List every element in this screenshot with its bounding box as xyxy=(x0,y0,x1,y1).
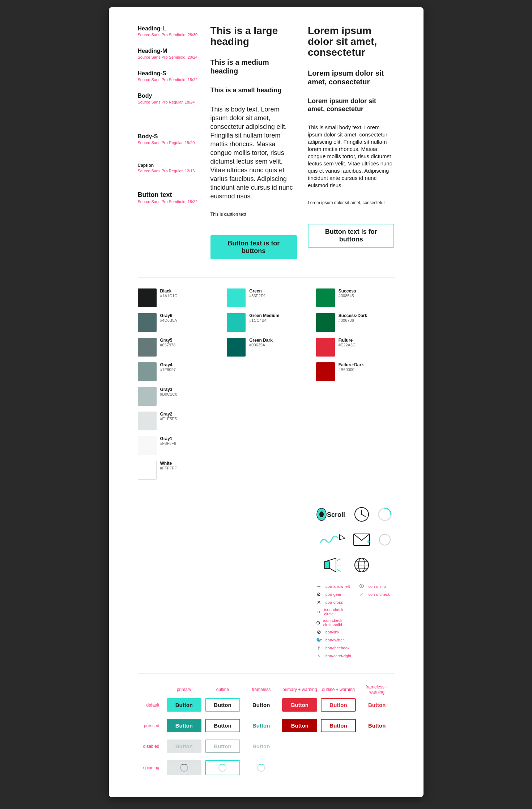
icon-gear-item: ⚙ icon-gear xyxy=(316,591,352,597)
buttons-spinning-row: spinning xyxy=(138,760,395,775)
swatch-failure-dark xyxy=(316,362,335,381)
type-name-body: Body xyxy=(138,93,200,99)
link-icon: ⊘ xyxy=(316,629,322,635)
btn-cell-default-primary-warning: Button xyxy=(282,698,317,712)
demo-heading-m: This is a medium heading xyxy=(210,58,297,75)
icons-section: Scroll xyxy=(138,503,395,659)
btn-disabled-frameless: Button xyxy=(244,740,279,753)
type-spec-heading-l: Source Sans Pro Semibold, 28/30 xyxy=(138,33,200,37)
gear-icon: ⚙ xyxy=(316,591,322,597)
btn-default-primary[interactable]: Button xyxy=(167,698,202,712)
spinner-circle-box xyxy=(375,503,394,525)
btn-default-frameless[interactable]: Button xyxy=(244,698,279,712)
buttons-disabled-row: disabled Button Button Button xyxy=(138,740,395,753)
type-spec-body-s: Source Sans Pro Regular, 15/20 xyxy=(138,140,200,145)
svg-text:Scroll: Scroll xyxy=(327,511,345,518)
type-label-button-text: Button text Source Sans Pro Semibold, 18… xyxy=(138,191,200,204)
color-black-info: Black #1A1C1C xyxy=(160,288,178,298)
icon-caret-right-label: icon-caret-right xyxy=(325,654,351,658)
color-gray3: Gray3 #B0C1C0 xyxy=(138,387,216,406)
btn-cell-spinning-outline xyxy=(205,760,240,775)
col-header-frameless-warning: frameless + warning xyxy=(359,684,395,698)
icon-gear-label: icon-gear xyxy=(325,592,341,597)
demo-button-outline[interactable]: Button text is for buttons xyxy=(308,224,394,248)
buttons-section: primary outline frameless primary + warn… xyxy=(138,673,395,775)
type-spec-heading-m: Source Sans Pro Semibold, 20/24 xyxy=(138,55,200,59)
type-spec-button-text: Source Sans Pro Semibold, 18/22 xyxy=(138,199,200,204)
btn-cell-pressed-frameless-warning: Button xyxy=(359,719,395,732)
btn-pressed-frameless-warning[interactable]: Button xyxy=(359,719,395,732)
btn-cell-disabled-frameless: Button xyxy=(244,740,279,753)
icon-facebook-label: icon-facebook xyxy=(325,646,350,650)
info-icon: ⓘ xyxy=(359,583,365,589)
swatch-gray1 xyxy=(138,436,157,455)
btn-default-frameless-warning[interactable]: Button xyxy=(359,698,395,712)
btn-default-outline[interactable]: Button xyxy=(205,698,240,712)
demo-body: This is body text. Lorem ipsum dolor sit… xyxy=(210,105,297,201)
svg-line-16 xyxy=(337,559,340,560)
type-label-caption: Caption Source Sans Pro Regular, 12/16 xyxy=(138,163,200,173)
buttons-header-row: primary outline frameless primary + warn… xyxy=(138,684,395,698)
type-name-caption: Caption xyxy=(138,163,200,168)
btn-pressed-outline[interactable]: Button xyxy=(205,719,240,732)
color-gray1-info: Gray1 #F8F8F8 xyxy=(160,436,176,446)
color-black: Black #1A1C1C xyxy=(138,288,216,307)
mail-icon-svg xyxy=(353,533,370,546)
type-name-heading-l: Heading-L xyxy=(138,25,200,32)
demo-caption-v2: Lorem ipsum dolor sit amet, consectetur xyxy=(308,200,394,206)
swatch-green xyxy=(227,288,246,307)
megaphone-icon-box xyxy=(316,554,349,576)
color-success-dark: Success-Dark #006736 xyxy=(316,313,395,332)
demo-heading-l: This is a large heading xyxy=(210,25,297,47)
buttons-default-row: default Button Button Button Button Butt… xyxy=(138,698,395,712)
color-green-dark: Green Dark #00635A xyxy=(227,338,305,357)
icon-twitter-label: icon-twitter xyxy=(325,638,344,642)
col-header-frameless: frameless xyxy=(244,687,279,696)
btn-cell-default-frameless-warning: Button xyxy=(359,698,395,712)
swatch-green-medium xyxy=(227,313,246,332)
color-green-info: Green #33E2D1 xyxy=(249,288,266,298)
megaphone-icon-svg xyxy=(322,556,343,574)
col-header-primary-warning: primary + warning xyxy=(282,687,317,696)
color-green-medium: Green Medium #1CC4B4 xyxy=(227,313,305,332)
spinner-icon-frameless xyxy=(257,764,265,772)
color-green-dark-info: Green Dark #00635A xyxy=(249,338,273,347)
color-failure-info: Failure #E22A3C xyxy=(339,338,356,347)
typography-section: Heading-L Source Sans Pro Semibold, 28/3… xyxy=(138,25,395,259)
color-success: Success #008545 xyxy=(316,288,395,307)
icon-facebook-item: f icon-facebook xyxy=(316,645,352,651)
row-label-default: default xyxy=(138,703,163,708)
color-green-medium-info: Green Medium #1CC4B4 xyxy=(249,313,279,323)
icon-caret-right-item: › icon-caret-right xyxy=(316,653,352,659)
globe-icon-svg xyxy=(354,557,370,573)
colors-icons-section: Black #1A1C1C Gray6 #4D6B5A Gray5 #65797… xyxy=(138,277,395,485)
icon-s-info-item: ⓘ icon-s-info xyxy=(359,583,394,589)
swatch-gray5 xyxy=(138,338,157,357)
demo-heading-l-v2: Lorem ipsum dolor sit amet, consectetur xyxy=(308,25,394,58)
swatch-green-dark xyxy=(227,338,246,357)
icon-check-circle-item: ○ icon-check-circle xyxy=(316,607,352,616)
icon-s-info-label: icon-s-info xyxy=(367,584,386,589)
twitter-icon: 🐦 xyxy=(316,637,322,643)
btn-default-outline-warning[interactable]: Button xyxy=(321,698,356,712)
swatch-success xyxy=(316,288,335,307)
color-gray4-info: Gray4 #1F9097 xyxy=(160,362,176,372)
demo-button-primary[interactable]: Button text is for buttons xyxy=(210,235,297,259)
btn-default-primary-warning[interactable]: Button xyxy=(282,698,317,712)
icon-arrow-left-item: ← icon-arrow-left xyxy=(316,583,352,589)
btn-pressed-primary-warning[interactable]: Button xyxy=(282,719,317,732)
scroll-icon-svg: Scroll xyxy=(316,507,349,522)
color-failure-dark: Failure-Dark #B60000 xyxy=(316,362,395,381)
btn-cell-spinning-primary xyxy=(167,760,202,775)
color-white-info: White #FFFFFF xyxy=(160,461,177,470)
btn-pressed-frameless[interactable]: Button xyxy=(244,719,279,732)
check-circle-solid-icon: ⊙ xyxy=(316,620,320,625)
row-label-disabled: disabled xyxy=(138,744,163,749)
wave-plane-icon-svg xyxy=(320,532,345,548)
demo-heading-s-v2: Lorem ipsum dolor sit amet, consectetur xyxy=(308,97,394,113)
icon-s-check-label: icon-s-check xyxy=(367,592,390,597)
btn-cell-default-frameless: Button xyxy=(244,698,279,712)
btn-pressed-primary[interactable]: Button xyxy=(167,719,202,732)
icon-link-item: ⊘ icon-link xyxy=(316,629,352,635)
btn-pressed-outline-warning[interactable]: Button xyxy=(321,719,356,732)
